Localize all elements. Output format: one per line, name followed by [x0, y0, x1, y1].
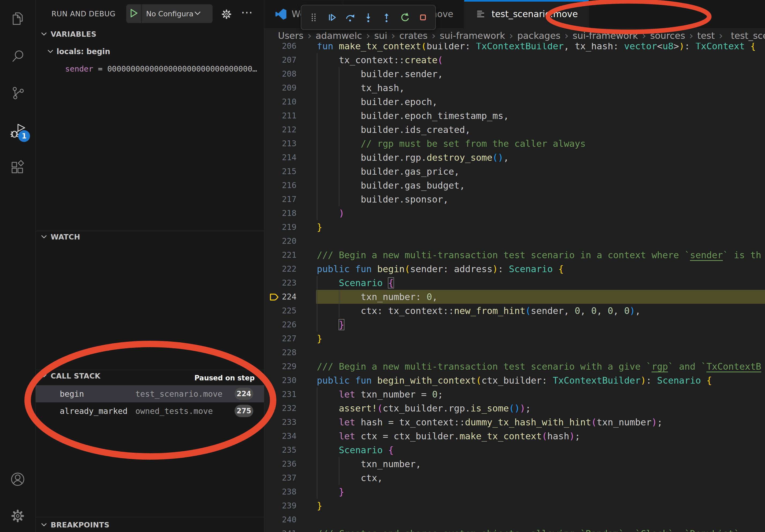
- code-line-237[interactable]: 237 ctx,: [264, 471, 765, 485]
- code-line-217[interactable]: 217 builder.sponsor,: [264, 192, 765, 206]
- step-over-button[interactable]: [345, 12, 356, 23]
- line-number[interactable]: 239: [264, 499, 297, 513]
- breadcrumb-item[interactable]: sui: [374, 30, 387, 41]
- launch-configuration-dropdown[interactable]: No Configura: [126, 4, 213, 23]
- line-number[interactable]: 213: [264, 136, 297, 150]
- breadcrumb-item[interactable]: sui-framework: [439, 30, 505, 41]
- code-line-216[interactable]: 216 builder.gas_budget,: [264, 178, 765, 192]
- stack-frame-begin[interactable]: begintest_scenario.move224: [36, 385, 264, 402]
- tab-test-scenario-move[interactable]: test_scenario.move: [464, 0, 589, 28]
- more-actions-icon[interactable]: ⋯: [241, 5, 253, 19]
- call-stack-section-header[interactable]: CALL STACK: [41, 372, 101, 380]
- breadcrumb-item[interactable]: crates: [399, 30, 427, 41]
- activity-item-search[interactable]: [10, 49, 25, 64]
- watch-section-header[interactable]: WATCH: [41, 233, 80, 241]
- variable-row[interactable]: sender = 0000000000000000000000000000000…: [65, 64, 264, 73]
- line-number[interactable]: 225: [264, 304, 297, 318]
- code-line-223[interactable]: 223 Scenario {: [264, 276, 765, 290]
- code-line-209[interactable]: 209 tx_hash,: [264, 81, 765, 95]
- line-number[interactable]: 222: [264, 262, 297, 276]
- breadcrumb-file[interactable]: test_scenario.move: [731, 30, 765, 41]
- line-number[interactable]: 217: [264, 192, 297, 206]
- stack-frame-already_marked[interactable]: already_markedowned_tests.move275: [36, 402, 264, 419]
- line-number[interactable]: 223: [264, 276, 297, 290]
- line-number[interactable]: 238: [264, 485, 297, 499]
- code-line-232[interactable]: 232 assert!(ctx_builder.rgp.is_some());: [264, 401, 765, 415]
- activity-item-extensions[interactable]: [10, 160, 25, 175]
- line-number[interactable]: 234: [264, 429, 297, 443]
- code-line-241[interactable]: 241/// Creates and shares system objects…: [264, 527, 765, 532]
- line-number[interactable]: 237: [264, 471, 297, 485]
- code-line-238[interactable]: 238 }: [264, 485, 765, 499]
- activity-item-source-control[interactable]: [10, 85, 25, 100]
- line-number[interactable]: 227: [264, 332, 297, 346]
- stop-button[interactable]: [417, 12, 428, 23]
- code-line-210[interactable]: 210 builder.epoch,: [264, 95, 765, 109]
- code-line-220[interactable]: 220: [264, 234, 765, 248]
- line-number[interactable]: 226: [264, 318, 297, 332]
- code-line-234[interactable]: 234 let ctx = ctx_builder.make_tx_contex…: [264, 429, 765, 443]
- continue-button[interactable]: [327, 12, 337, 23]
- line-number[interactable]: 229: [264, 360, 297, 374]
- restart-button[interactable]: [399, 12, 410, 23]
- line-number[interactable]: 220: [264, 234, 297, 248]
- activity-item-account[interactable]: [10, 472, 25, 487]
- line-number[interactable]: 221: [264, 248, 297, 262]
- line-number[interactable]: 231: [264, 387, 297, 401]
- line-number[interactable]: 216: [264, 178, 297, 192]
- code-line-207[interactable]: 207 tx_context::create(: [264, 53, 765, 67]
- code-line-230[interactable]: 230public fun begin_with_context(ctx_bui…: [264, 374, 765, 387]
- line-number[interactable]: 224: [264, 290, 297, 304]
- line-number[interactable]: 219: [264, 220, 297, 234]
- line-number[interactable]: 236: [264, 457, 297, 471]
- line-number[interactable]: 235: [264, 443, 297, 457]
- step-into-button[interactable]: [363, 12, 374, 23]
- code-line-226[interactable]: 226 }: [264, 318, 765, 332]
- debug-settings-gear-icon[interactable]: [221, 9, 232, 20]
- code-line-214[interactable]: 214 builder.rgp.destroy_some(),: [264, 150, 765, 164]
- line-number[interactable]: 218: [264, 206, 297, 220]
- activity-item-explorer[interactable]: [10, 11, 25, 26]
- code-line-225[interactable]: 225 ctx: tx_context::new_from_hint(sende…: [264, 304, 765, 318]
- line-number[interactable]: 207: [264, 53, 297, 67]
- breadcrumb-item[interactable]: adamwelc: [316, 30, 362, 41]
- code-line-235[interactable]: 235 Scenario {: [264, 443, 765, 457]
- breadcrumb-item[interactable]: Users: [278, 30, 304, 41]
- code-line-215[interactable]: 215 builder.gas_price,: [264, 164, 765, 178]
- line-number[interactable]: 215: [264, 164, 297, 178]
- code-line-231[interactable]: 231 let txn_number = 0;: [264, 387, 765, 401]
- breadcrumb-item[interactable]: test: [697, 30, 715, 41]
- code-line-227[interactable]: 227}: [264, 332, 765, 346]
- variables-scope-row[interactable]: locals: begin: [47, 47, 110, 56]
- line-number[interactable]: 208: [264, 67, 297, 81]
- line-number[interactable]: 228: [264, 346, 297, 360]
- line-number[interactable]: 209: [264, 81, 297, 95]
- code-line-239[interactable]: 239}: [264, 499, 765, 513]
- drag-gripper[interactable]: [308, 12, 319, 23]
- code-line-211[interactable]: 211 builder.epoch_timestamp_ms,: [264, 109, 765, 123]
- code-line-228[interactable]: 228: [264, 346, 765, 360]
- line-number[interactable]: 212: [264, 123, 297, 136]
- line-number[interactable]: 211: [264, 109, 297, 123]
- breadcrumb-item[interactable]: sui-framework: [572, 30, 638, 41]
- code-line-224[interactable]: 224 txn_number: 0,: [264, 290, 765, 304]
- line-number[interactable]: 232: [264, 401, 297, 415]
- line-number[interactable]: 230: [264, 374, 297, 387]
- code-line-236[interactable]: 236 txn_number,: [264, 457, 765, 471]
- line-number[interactable]: 240: [264, 513, 297, 527]
- variables-section-header[interactable]: VARIABLES: [41, 30, 97, 38]
- code-line-240[interactable]: 240: [264, 513, 765, 527]
- breakpoints-section-header[interactable]: BREAKPOINTS: [41, 521, 109, 529]
- code-line-208[interactable]: 208 builder.sender,: [264, 67, 765, 81]
- line-number[interactable]: 233: [264, 415, 297, 429]
- line-number[interactable]: 214: [264, 150, 297, 164]
- line-number[interactable]: 210: [264, 95, 297, 109]
- code-line-221[interactable]: 221/// Begin a new multi-transaction tes…: [264, 248, 765, 262]
- activity-item-run-and-debug[interactable]: 1: [10, 123, 25, 138]
- start-debugging-icon[interactable]: [130, 9, 138, 19]
- code-line-233[interactable]: 233 let hash = tx_context::dummy_tx_hash…: [264, 415, 765, 429]
- breadcrumb-item[interactable]: sources: [650, 30, 685, 41]
- step-out-button[interactable]: [381, 12, 392, 23]
- breadcrumb-item[interactable]: packages: [517, 30, 560, 41]
- code-line-219[interactable]: 219}: [264, 220, 765, 234]
